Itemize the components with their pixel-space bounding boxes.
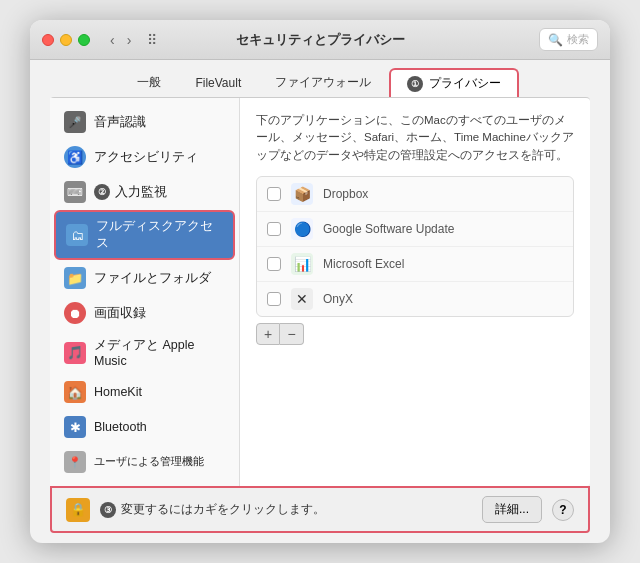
table-row: 📦 Dropbox (257, 177, 573, 212)
sidebar-label-voice: 音声認識 (94, 114, 146, 131)
table-row: ✕ OnyX (257, 282, 573, 316)
sidebar-label-location: ユーザによる管理機能 (94, 455, 204, 469)
app-checkbox-excel[interactable] (267, 257, 281, 271)
sidebar-item-accessibility[interactable]: ♿ アクセシビリティ (54, 140, 235, 174)
search-icon: 🔍 (548, 33, 563, 47)
sidebar-label-fulldisk: フルディスクアクセス (96, 218, 223, 252)
tab-privacy[interactable]: ① プライバシー (389, 68, 518, 97)
nav-buttons: ‹ › (106, 30, 135, 50)
badge-2: ② (94, 184, 110, 200)
sidebar-item-music[interactable]: 🎵 メディアと Apple Music (54, 331, 235, 374)
sidebar-item-files[interactable]: 📁 ファイルとフォルダ (54, 261, 235, 295)
help-button[interactable]: ? (552, 499, 574, 521)
search-box[interactable]: 🔍 検索 (539, 28, 598, 51)
sidebar-label-accessibility: アクセシビリティ (94, 149, 198, 166)
input-icon: ⌨ (64, 181, 86, 203)
forward-button[interactable]: › (123, 30, 136, 50)
lock-label: ③ 変更するにはカギをクリックします。 (100, 501, 472, 518)
main-description: 下のアプリケーションに、このMacのすべてのユーザのメール、メッセージ、Safa… (256, 112, 574, 164)
accessibility-icon: ♿ (64, 146, 86, 168)
app-name-google: Google Software Update (323, 222, 454, 236)
homekit-icon: 🏠 (64, 381, 86, 403)
bottom-bar: 🔒 ③ 変更するにはカギをクリックします。 詳細... ? (50, 486, 590, 533)
google-icon: 🔵 (291, 218, 313, 240)
tab-filevault[interactable]: FileVault (179, 68, 257, 97)
badge-2-wrap: ② 入力監視 (94, 184, 167, 201)
table-row: 🔵 Google Software Update (257, 212, 573, 247)
table-row: 📊 Microsoft Excel (257, 247, 573, 282)
window-title: セキュリティとプライバシー (236, 31, 405, 49)
app-checkbox-google[interactable] (267, 222, 281, 236)
tab-general[interactable]: 一般 (121, 68, 177, 97)
sidebar-label-music: メディアと Apple Music (94, 337, 225, 368)
tab-privacy-label: プライバシー (429, 76, 501, 90)
search-placeholder: 検索 (567, 32, 589, 47)
back-button[interactable]: ‹ (106, 30, 119, 50)
dropbox-icon: 📦 (291, 183, 313, 205)
titlebar: ‹ › ⠿ セキュリティとプライバシー 🔍 検索 (30, 20, 610, 60)
lock-text-content: 変更するにはカギをクリックします。 (121, 502, 325, 516)
tab-firewall[interactable]: ファイアウォール (259, 68, 387, 97)
sidebar-item-homekit[interactable]: 🏠 HomeKit (54, 375, 235, 409)
app-list: 📦 Dropbox 🔵 Google Software Update 📊 Mic… (256, 176, 574, 317)
details-button[interactable]: 詳細... (482, 496, 542, 523)
app-name-dropbox: Dropbox (323, 187, 368, 201)
badge-3: ③ (100, 502, 116, 518)
sidebar-item-voice[interactable]: 🎤 音声認識 (54, 105, 235, 139)
app-checkbox-dropbox[interactable] (267, 187, 281, 201)
sidebar-item-screen[interactable]: ⏺ 画面収録 (54, 296, 235, 330)
minimize-button[interactable] (60, 34, 72, 46)
main-panel: 下のアプリケーションに、このMacのすべてのユーザのメール、メッセージ、Safa… (240, 98, 590, 486)
close-button[interactable] (42, 34, 54, 46)
excel-icon: 📊 (291, 253, 313, 275)
tabs-bar: 一般 FileVault ファイアウォール ① プライバシー (30, 60, 610, 97)
content-area: 🎤 音声認識 ♿ アクセシビリティ ⌨ ② 入力監視 🗂 フルディスクアクセ (50, 97, 590, 486)
sidebar-label-bluetooth: Bluetooth (94, 420, 147, 434)
fulldisk-icon: 🗂 (66, 224, 88, 246)
sidebar-label-input: 入力監視 (115, 184, 167, 201)
lock-icon: 🔒 (66, 498, 90, 522)
voice-icon: 🎤 (64, 111, 86, 133)
onyx-icon: ✕ (291, 288, 313, 310)
app-name-onyx: OnyX (323, 292, 353, 306)
sidebar-label-files: ファイルとフォルダ (94, 270, 211, 287)
badge-1: ① (407, 76, 423, 92)
traffic-lights (42, 34, 90, 46)
sidebar-item-location[interactable]: 📍 ユーザによる管理機能 (54, 445, 235, 479)
remove-app-button[interactable]: − (280, 323, 304, 345)
files-icon: 📁 (64, 267, 86, 289)
app-checkbox-onyx[interactable] (267, 292, 281, 306)
sidebar-label-homekit: HomeKit (94, 385, 142, 399)
sidebar-item-input[interactable]: ⌨ ② 入力監視 (54, 175, 235, 209)
location-icon: 📍 (64, 451, 86, 473)
maximize-button[interactable] (78, 34, 90, 46)
sidebar-item-bluetooth[interactable]: ✱ Bluetooth (54, 410, 235, 444)
grid-button[interactable]: ⠿ (143, 30, 161, 50)
screen-icon: ⏺ (64, 302, 86, 324)
sidebar-label-screen: 画面収録 (94, 305, 146, 322)
music-icon: 🎵 (64, 342, 86, 364)
sidebar-item-fulldisk[interactable]: 🗂 フルディスクアクセス (54, 210, 235, 260)
sidebar: 🎤 音声認識 ♿ アクセシビリティ ⌨ ② 入力監視 🗂 フルディスクアクセ (50, 98, 240, 486)
bluetooth-icon: ✱ (64, 416, 86, 438)
app-name-excel: Microsoft Excel (323, 257, 404, 271)
add-app-button[interactable]: + (256, 323, 280, 345)
list-controls: + − (256, 323, 574, 345)
